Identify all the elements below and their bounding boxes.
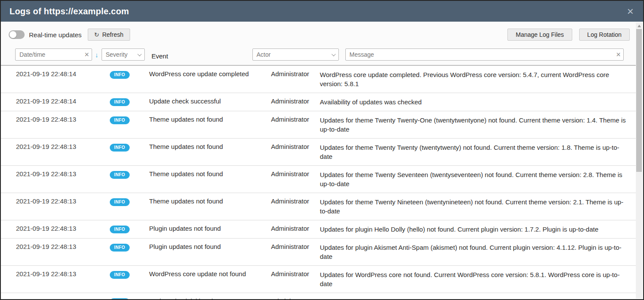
severity-badge: INFO (110, 171, 130, 179)
log-message: Updates for theme Twenty Twenty (twentyt… (320, 143, 629, 161)
log-table-row[interactable]: 2021-09-19 22:48:13 INFO Theme updates n… (1, 111, 636, 139)
dialog-content: Real-time updates ↻ Refresh Manage Log F… (1, 22, 643, 299)
log-table-row[interactable]: 2021-09-19 22:48:13 INFO Plugin updates … (1, 220, 636, 239)
log-actor: Administrator (271, 70, 320, 77)
log-actor: Administrator (271, 197, 320, 205)
severity-cell: INFO (110, 97, 149, 106)
clear-icon[interactable]: × (84, 51, 89, 58)
severity-cell: INFO (110, 197, 149, 206)
severity-badge: INFO (110, 298, 130, 299)
scrollbar-thumb[interactable] (636, 29, 642, 172)
scrollbar-up-arrow-icon[interactable] (636, 23, 642, 29)
refresh-icon: ↻ (94, 31, 99, 38)
severity-cell: INFO (110, 170, 149, 179)
log-date: 2021-09-19 22:48:13 (16, 270, 110, 277)
log-date: 2021-09-19 22:48:09 (16, 297, 110, 299)
filter-row: × ↓ Severity Event Actor × (1, 47, 636, 65)
datetime-filter-input[interactable] (15, 48, 92, 61)
log-table-row[interactable]: 2021-09-19 22:48:09 INFO Update check in… (1, 293, 636, 299)
log-table-row[interactable]: 2021-09-19 22:48:13 INFO Theme updates n… (1, 166, 636, 193)
severity-cell: INFO (110, 270, 149, 279)
log-date: 2021-09-19 22:48:13 (16, 143, 110, 150)
severity-cell: INFO (110, 297, 149, 299)
severity-badge: INFO (110, 226, 130, 233)
severity-badge: INFO (110, 116, 130, 124)
event-column-header: Event (145, 52, 252, 60)
severity-badge: INFO (110, 244, 130, 252)
log-table-row[interactable]: 2021-09-19 22:48:13 INFO Theme updates n… (1, 193, 636, 220)
log-rotation-button[interactable]: Log Rotation (579, 29, 630, 41)
severity-cell: INFO (110, 243, 149, 252)
log-table-row[interactable]: 2021-09-19 22:48:14 INFO Update check su… (1, 93, 636, 111)
dialog-header: Logs of https://example.com × (1, 1, 643, 22)
log-event: Theme updates not found (149, 197, 271, 205)
log-actor: Administrator (271, 116, 320, 123)
log-actor: Administrator (271, 97, 320, 105)
sort-descending-icon[interactable]: ↓ (95, 51, 99, 58)
log-message: Updates for theme Twenty Twenty-One (twe… (320, 116, 629, 134)
log-event: Theme updates not found (149, 143, 271, 150)
toolbar-right: Manage Log Files Log Rotation (501, 29, 630, 41)
log-actor: Administrator (271, 143, 320, 150)
actor-filter-select[interactable]: Actor (252, 48, 339, 61)
refresh-button-label: Refresh (102, 31, 123, 38)
log-message: Updates for theme Twenty Nineteen (twent… (320, 197, 629, 216)
log-message: Availability of updates was checked (320, 97, 629, 106)
chevron-down-icon (331, 52, 335, 56)
manage-log-files-button[interactable]: Manage Log Files (507, 29, 572, 41)
log-table-row[interactable]: 2021-09-19 22:48:13 INFO Theme updates n… (1, 139, 636, 166)
severity-cell: INFO (110, 116, 149, 124)
severity-filter-select[interactable]: Severity (102, 48, 145, 61)
logs-dialog: Logs of https://example.com × Real-time … (0, 0, 644, 300)
message-filter-input[interactable] (345, 48, 624, 61)
severity-filter-label: Severity (106, 51, 128, 58)
clear-icon[interactable]: × (616, 51, 621, 58)
log-event: Theme updates not found (149, 116, 271, 123)
log-message: Checking for available updates was initi… (320, 297, 629, 299)
severity-cell: INFO (110, 143, 149, 152)
log-event: Plugin updates not found (149, 243, 271, 250)
severity-cell: INFO (110, 225, 149, 233)
close-icon[interactable]: × (626, 6, 634, 17)
log-date: 2021-09-19 22:48:13 (16, 116, 110, 123)
log-table-row[interactable]: 2021-09-19 22:48:14 INFO WordPress core … (1, 66, 636, 93)
log-actor: Administrator (271, 170, 320, 177)
log-message: Updates for plugin Hello Dolly (hello) n… (320, 225, 629, 234)
log-date: 2021-09-19 22:48:13 (16, 170, 110, 177)
severity-badge: INFO (110, 198, 130, 206)
toggle-knob (10, 31, 16, 38)
actor-filter-label: Actor (257, 51, 271, 58)
log-actor: Administrator (271, 297, 320, 299)
log-event: Plugin updates not found (149, 225, 271, 232)
log-date: 2021-09-19 22:48:13 (16, 197, 110, 205)
vertical-scrollbar[interactable] (636, 23, 642, 298)
log-actor: Administrator (271, 225, 320, 232)
log-event: Update check successful (149, 97, 271, 105)
refresh-button[interactable]: ↻ Refresh (88, 29, 130, 41)
severity-badge: INFO (110, 98, 130, 106)
log-event: Update check initiated (149, 297, 271, 299)
chevron-down-icon (137, 52, 141, 56)
log-actor: Administrator (271, 243, 320, 250)
realtime-updates-toggle[interactable] (9, 30, 25, 39)
severity-badge: INFO (110, 144, 130, 152)
log-event: WordPress core update not found (149, 270, 271, 277)
log-table-row[interactable]: 2021-09-19 22:48:13 INFO WordPress core … (1, 266, 636, 293)
log-date: 2021-09-19 22:48:14 (16, 70, 110, 77)
log-event: Theme updates not found (149, 170, 271, 177)
log-message: Updates for WordPress core not found. Cu… (320, 270, 629, 288)
severity-cell: INFO (110, 70, 149, 79)
log-actor: Administrator (271, 270, 320, 277)
severity-badge: INFO (110, 271, 130, 279)
log-table-body: 2021-09-19 22:48:14 INFO WordPress core … (1, 66, 636, 299)
log-message: Updates for plugin Akismet Anti-Spam (ak… (320, 243, 629, 261)
log-message: Updates for theme Twenty Seventeen (twen… (320, 170, 629, 188)
log-table-row[interactable]: 2021-09-19 22:48:13 INFO Plugin updates … (1, 239, 636, 266)
datetime-filter: × (15, 48, 92, 61)
log-date: 2021-09-19 22:48:14 (16, 97, 110, 105)
log-date: 2021-09-19 22:48:13 (16, 243, 110, 250)
toolbar: Real-time updates ↻ Refresh Manage Log F… (1, 22, 636, 47)
realtime-updates-label: Real-time updates (29, 31, 82, 39)
log-message: WordPress core update completed. Previou… (320, 70, 629, 88)
log-event: WordPress core update completed (149, 70, 271, 77)
